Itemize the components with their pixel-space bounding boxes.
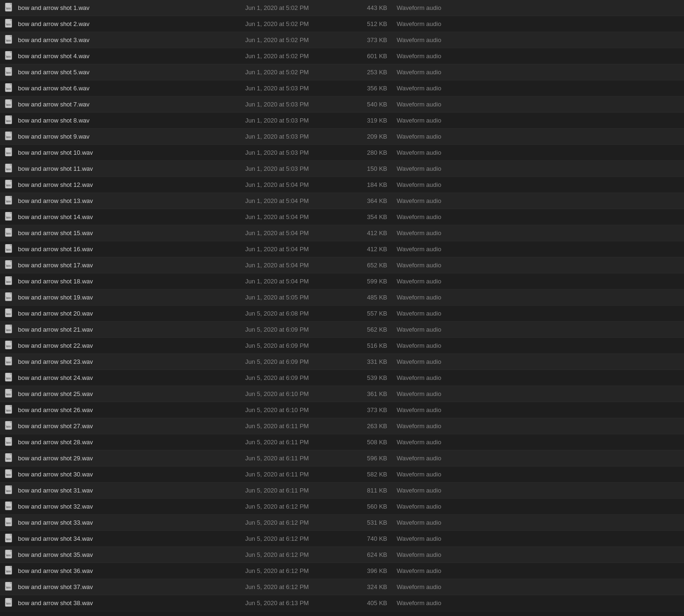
svg-text:♪: ♪ — [6, 183, 7, 185]
file-size: 405 KB — [349, 599, 397, 607]
table-row[interactable]: WAV ♪ bow and arrow shot 28.wav Jun 5, 2… — [0, 434, 684, 450]
svg-rect-112 — [10, 357, 12, 359]
file-name: bow and arrow shot 18.wav — [18, 278, 245, 285]
svg-text:WAV: WAV — [6, 233, 11, 235]
file-size: 280 KB — [349, 149, 397, 156]
audio-file-icon: WAV ♪ — [4, 131, 15, 142]
table-row[interactable]: WAV ♪ bow and arrow shot 31.wav Jun 5, 2… — [0, 483, 684, 499]
file-size: 596 KB — [349, 455, 397, 462]
svg-text:♪: ♪ — [6, 489, 7, 491]
table-row[interactable]: WAV ♪ bow and arrow shot 14.wav Jun 1, 2… — [0, 209, 684, 225]
file-name: bow and arrow shot 33.wav — [18, 519, 245, 526]
table-row[interactable]: WAV ♪ bow and arrow shot 7.wav Jun 1, 20… — [0, 97, 684, 113]
file-size: 516 KB — [349, 342, 397, 349]
table-row[interactable]: WAV ♪ bow and arrow shot 19.wav Jun 1, 2… — [0, 290, 684, 306]
table-row[interactable]: WAV ♪ bow and arrow shot 29.wav Jun 5, 2… — [0, 450, 684, 466]
svg-text:♪: ♪ — [6, 440, 7, 442]
table-row[interactable]: WAV ♪ bow and arrow shot 27.wav Jun 5, 2… — [0, 418, 684, 434]
table-row[interactable]: WAV ♪ bow and arrow shot 11.wav Jun 1, 2… — [0, 161, 684, 177]
table-row[interactable]: WAV ♪ bow and arrow shot 26.wav Jun 5, 2… — [0, 402, 684, 418]
svg-text:♪: ♪ — [6, 344, 7, 346]
file-type: Waveform audio — [397, 229, 680, 237]
file-size: 512 KB — [349, 20, 397, 27]
file-size: 324 KB — [349, 583, 397, 590]
table-row[interactable]: WAV ♪ bow and arrow shot 16.wav Jun 1, 2… — [0, 241, 684, 257]
table-row[interactable]: WAV ♪ bow and arrow shot 17.wav Jun 1, 2… — [0, 257, 684, 273]
svg-text:WAV: WAV — [6, 394, 11, 396]
table-row[interactable]: WAV ♪ bow and arrow shot 12.wav Jun 1, 2… — [0, 177, 684, 193]
table-row[interactable]: WAV ♪ bow and arrow shot 25.wav Jun 5, 2… — [0, 386, 684, 402]
svg-text:♪: ♪ — [6, 521, 7, 523]
table-row[interactable]: WAV ♪ bow and arrow shot 38.wav Jun 5, 2… — [0, 595, 684, 611]
table-row[interactable]: WAV ♪ bow and arrow shot 30.wav Jun 5, 2… — [0, 466, 684, 483]
file-name: bow and arrow shot 10.wav — [18, 149, 245, 156]
table-row[interactable]: WAV ♪ bow and arrow shot 37.wav Jun 5, 2… — [0, 579, 684, 595]
audio-file-icon: WAV ♪ — [4, 324, 15, 335]
file-type: Waveform audio — [397, 439, 680, 446]
table-row[interactable]: WAV ♪ bow and arrow shot 9.wav Jun 1, 20… — [0, 129, 684, 145]
audio-file-icon: WAV ♪ — [4, 244, 15, 255]
table-row[interactable]: WAV ♪ bow and arrow shot 3.wav Jun 1, 20… — [0, 32, 684, 48]
audio-file-icon: WAV ♪ — [4, 211, 15, 223]
table-row[interactable]: WAV ♪ bow and arrow shot 6.wav Jun 1, 20… — [0, 80, 684, 97]
svg-text:♪: ♪ — [6, 70, 7, 72]
audio-file-icon: WAV ♪ — [4, 163, 15, 175]
table-row[interactable]: WAV ♪ bow and arrow shot 33.wav Jun 5, 2… — [0, 515, 684, 531]
table-row[interactable]: WAV ♪ bow and arrow shot 36.wav Jun 5, 2… — [0, 563, 684, 579]
audio-file-icon: WAV ♪ — [4, 453, 15, 464]
table-row[interactable]: WAV ♪ bow and arrow shot 24.wav Jun 5, 2… — [0, 370, 684, 386]
file-name: bow and arrow shot 19.wav — [18, 294, 245, 301]
svg-text:WAV: WAV — [6, 120, 11, 123]
table-row[interactable]: WAV ♪ bow and arrow shot 13.wav Jun 1, 2… — [0, 193, 684, 209]
audio-file-icon: WAV ♪ — [4, 35, 15, 46]
table-row[interactable]: WAV ♪ bow and arrow shot 2.wav Jun 1, 20… — [0, 16, 684, 32]
file-type: Waveform audio — [397, 471, 680, 478]
audio-file-icon: WAV ♪ — [4, 405, 15, 416]
table-row[interactable]: WAV ♪ bow and arrow shot 32.wav Jun 5, 2… — [0, 499, 684, 515]
table-row[interactable]: WAV ♪ bow and arrow shot 35.wav Jun 5, 2… — [0, 547, 684, 563]
audio-file-icon: WAV ♪ — [4, 598, 15, 609]
table-row[interactable]: WAV ♪ bow and arrow shot 21.wav Jun 5, 2… — [0, 322, 684, 338]
svg-text:♪: ♪ — [6, 360, 7, 362]
svg-rect-162 — [10, 518, 12, 519]
svg-rect-122 — [10, 389, 12, 391]
audio-file-icon: WAV ♪ — [4, 18, 15, 30]
table-row[interactable]: WAV ♪ bow and arrow shot 22.wav Jun 5, 2… — [0, 338, 684, 354]
table-row[interactable]: WAV ♪ bow and arrow shot 23.wav Jun 5, 2… — [0, 354, 684, 370]
svg-text:♪: ♪ — [6, 553, 7, 555]
file-type: Waveform audio — [397, 246, 680, 253]
file-name: bow and arrow shot 23.wav — [18, 358, 245, 365]
svg-rect-147 — [10, 469, 12, 471]
file-name: bow and arrow shot 8.wav — [18, 117, 245, 124]
file-size: 562 KB — [349, 326, 397, 333]
svg-rect-177 — [10, 566, 12, 568]
table-row[interactable]: WAV ♪ bow and arrow shot 20.wav Jun 5, 2… — [0, 306, 684, 322]
svg-text:WAV: WAV — [6, 265, 11, 267]
table-row[interactable]: WAV ♪ bow and arrow shot 5.wav Jun 1, 20… — [0, 64, 684, 80]
svg-text:WAV: WAV — [6, 458, 11, 460]
file-type: Waveform audio — [397, 278, 680, 285]
file-date: Jun 5, 2020 at 6:10 PM — [245, 406, 349, 414]
audio-file-icon: WAV ♪ — [4, 228, 15, 239]
file-date: Jun 5, 2020 at 6:12 PM — [245, 535, 349, 542]
table-row[interactable]: WAV ♪ bow and arrow shot 15.wav Jun 1, 2… — [0, 225, 684, 241]
file-date: Jun 5, 2020 at 6:12 PM — [245, 551, 349, 558]
audio-file-icon: WAV ♪ — [4, 421, 15, 432]
svg-text:♪: ♪ — [6, 6, 7, 8]
file-name: bow and arrow shot 3.wav — [18, 36, 245, 44]
svg-text:♪: ♪ — [6, 408, 7, 410]
file-name: bow and arrow shot 9.wav — [18, 133, 245, 140]
table-row[interactable]: WAV ♪ bow and arrow shot 10.wav Jun 1, 2… — [0, 145, 684, 161]
file-date: Jun 5, 2020 at 6:09 PM — [245, 358, 349, 365]
svg-text:WAV: WAV — [6, 152, 11, 155]
table-row[interactable]: WAV ♪ bow and arrow shot 18.wav Jun 1, 2… — [0, 273, 684, 290]
table-row[interactable]: WAV ♪ bow and arrow shot 8.wav Jun 1, 20… — [0, 113, 684, 129]
file-size: 531 KB — [349, 519, 397, 526]
file-size: 740 KB — [349, 535, 397, 542]
svg-text:WAV: WAV — [6, 40, 11, 42]
table-row[interactable]: WAV ♪ bow and arrow shot 34.wav Jun 5, 2… — [0, 531, 684, 547]
table-row[interactable]: WAV ♪ bow and arrow shot 1.wav Jun 1, 20… — [0, 0, 684, 16]
file-type: Waveform audio — [397, 567, 680, 574]
table-row[interactable]: WAV ♪ bow and arrow shot 4.wav Jun 1, 20… — [0, 48, 684, 64]
svg-text:WAV: WAV — [6, 603, 11, 605]
